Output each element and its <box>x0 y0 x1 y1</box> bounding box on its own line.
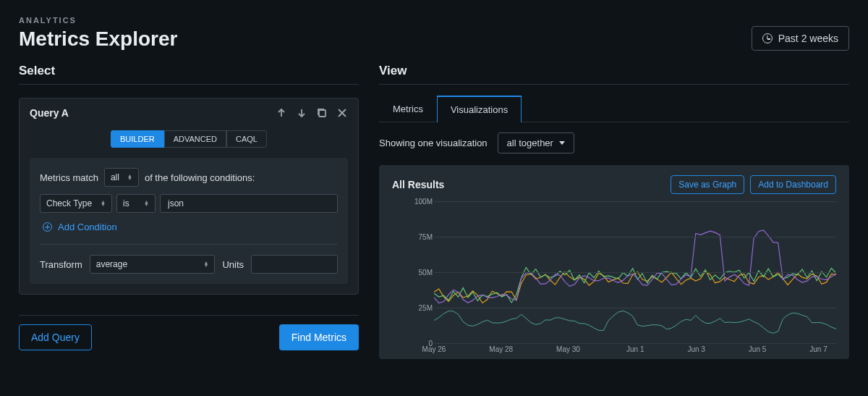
transform-select[interactable]: average ▲▼ <box>90 255 216 274</box>
add-query-button[interactable]: Add Query <box>19 324 92 350</box>
view-tab-group: Metrics Visualizations <box>379 95 849 122</box>
condition-operator-select[interactable]: is ▲▼ <box>116 194 156 213</box>
tab-visualizations[interactable]: Visualizations <box>437 96 522 122</box>
builder-body: Metrics match all ▲▼ of the following co… <box>30 158 348 284</box>
find-metrics-button[interactable]: Find Metrics <box>279 324 359 350</box>
tab-advanced[interactable]: ADVANCED <box>164 130 226 148</box>
condition-value-input[interactable] <box>160 194 338 213</box>
x-axis: May 26May 28May 30Jun 1Jun 3Jun 5Jun 7 <box>434 342 836 353</box>
plus-circle-icon <box>43 222 52 232</box>
query-label: Query A <box>30 107 69 119</box>
tab-caql[interactable]: CAQL <box>226 130 267 148</box>
view-heading: View <box>379 64 849 85</box>
chart-plot: May 26May 28May 30Jun 1Jun 3Jun 5Jun 7 0… <box>408 201 836 353</box>
mode-tab-group: BUILDER ADVANCED CAQL <box>20 130 358 148</box>
time-range-label: Past 2 weeks <box>778 33 838 44</box>
showing-text: Showing one visualization <box>379 138 488 148</box>
chart-card: All Results Save as Graph Add to Dashboa… <box>379 165 849 359</box>
chevron-down-icon <box>559 141 565 145</box>
tab-metrics[interactable]: Metrics <box>379 96 437 122</box>
match-suffix: of the following conditions: <box>145 172 255 183</box>
transform-label: Transform <box>40 259 82 270</box>
divider <box>40 244 338 245</box>
select-heading: Select <box>19 64 359 85</box>
add-to-dashboard-button[interactable]: Add to Dashboard <box>750 175 836 194</box>
spinner-icon: ▲▼ <box>203 261 208 267</box>
query-card: Query A BUILDER ADVANCED CAQL Metri <box>19 98 359 295</box>
chart-title: All Results <box>392 179 444 190</box>
move-up-icon[interactable] <box>276 107 287 119</box>
spinner-icon: ▲▼ <box>101 201 106 206</box>
add-condition-button[interactable]: Add Condition <box>40 219 117 232</box>
grouping-select[interactable]: all together <box>498 132 574 153</box>
match-prefix: Metrics match <box>40 172 98 183</box>
spinner-icon: ▲▼ <box>127 174 132 180</box>
match-mode-select[interactable]: all ▲▼ <box>104 168 139 187</box>
clock-icon <box>762 33 773 43</box>
spinner-icon: ▲▼ <box>144 201 149 206</box>
condition-field-select[interactable]: Check Type ▲▼ <box>40 194 112 213</box>
time-range-button[interactable]: Past 2 weeks <box>752 26 849 51</box>
save-as-graph-button[interactable]: Save as Graph <box>671 175 744 194</box>
duplicate-icon[interactable] <box>316 107 328 119</box>
breadcrumb: ANALYTICS <box>19 16 849 25</box>
close-icon[interactable] <box>336 107 348 119</box>
units-input[interactable] <box>251 255 338 274</box>
svg-rect-0 <box>319 110 326 117</box>
page-title: Metrics Explorer <box>19 28 177 51</box>
move-down-icon[interactable] <box>296 107 307 119</box>
tab-builder[interactable]: BUILDER <box>111 130 164 148</box>
condition-row: Check Type ▲▼ is ▲▼ <box>40 194 338 213</box>
units-label: Units <box>222 259 244 270</box>
